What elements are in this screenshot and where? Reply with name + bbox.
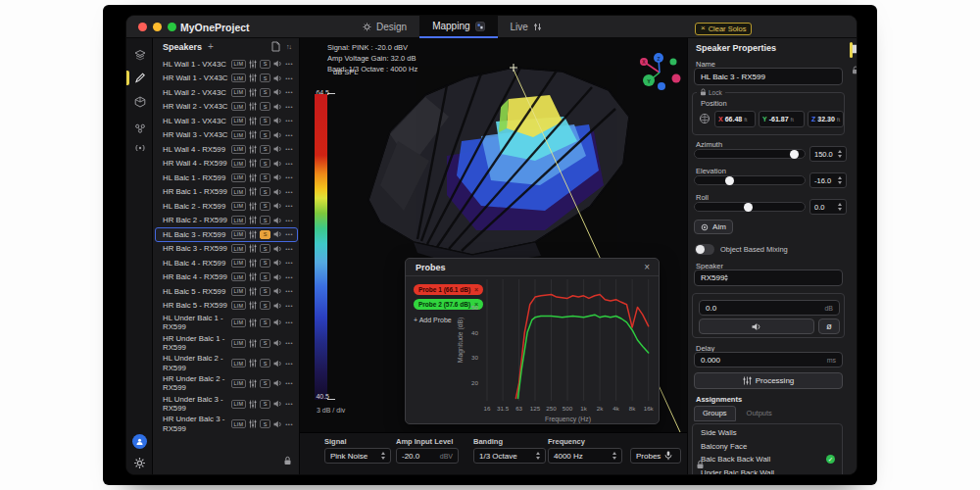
solo-button[interactable]: S [260, 202, 270, 211]
more-button[interactable]: ••• [285, 401, 293, 407]
limiter-button[interactable]: LIM [231, 259, 247, 268]
speaker-row[interactable]: HL Balc 3 - RX599 LIM S ••• [155, 227, 298, 242]
panel-bottom-lock-icon[interactable] [696, 460, 705, 469]
limiter-button[interactable]: LIM [231, 230, 247, 239]
more-button[interactable]: ••• [285, 203, 293, 209]
limiter-button[interactable]: LIM [231, 117, 247, 125]
speaker-row[interactable]: HL Wall 4 - RX599 LIM S ••• [155, 142, 298, 157]
tab-outputs[interactable]: Outputs [738, 406, 781, 421]
eq-icon[interactable] [249, 301, 257, 310]
more-button[interactable]: ••• [285, 118, 293, 123]
solo-button[interactable]: S [260, 272, 270, 281]
speaker-volume-icon[interactable] [273, 88, 282, 96]
eq-icon[interactable] [249, 216, 257, 224]
add-speaker-button[interactable]: + [208, 41, 214, 52]
solo-button[interactable]: S [260, 301, 270, 310]
azimuth-slider[interactable] [694, 149, 806, 159]
orientation-gizmo[interactable]: X Z Y [631, 46, 686, 101]
more-button[interactable]: ••• [285, 104, 293, 110]
more-button[interactable]: ••• [285, 421, 293, 427]
solo-button[interactable]: S [260, 244, 270, 253]
more-button[interactable]: ••• [285, 340, 293, 346]
limiter-button[interactable]: LIM [231, 216, 247, 224]
tab-mapping[interactable]: Mapping [419, 16, 497, 38]
limiter-button[interactable]: LIM [231, 272, 247, 281]
eq-icon[interactable] [249, 400, 257, 409]
more-button[interactable]: ••• [285, 189, 293, 195]
gain-field[interactable]: 0.0 dB [699, 300, 840, 316]
more-button[interactable]: ••• [285, 218, 293, 223]
speaker-volume-icon[interactable] [273, 117, 282, 124]
properties-page-icon[interactable] [852, 44, 858, 54]
eq-icon[interactable] [249, 88, 257, 97]
roll-slider-knob[interactable] [744, 203, 753, 212]
close-window-button[interactable] [138, 23, 147, 31]
eq-icon[interactable] [249, 318, 257, 327]
speaker-volume-icon[interactable] [273, 145, 282, 153]
elevation-slider-knob[interactable] [725, 176, 734, 185]
speaker-volume-icon[interactable] [273, 379, 282, 387]
eq-icon[interactable] [249, 287, 257, 296]
speaker-volume-icon[interactable] [273, 318, 282, 326]
limiter-button[interactable]: LIM [231, 130, 247, 139]
eq-icon[interactable] [249, 339, 257, 348]
eq-icon[interactable] [249, 117, 257, 125]
eq-icon[interactable] [249, 359, 257, 368]
limiter-button[interactable]: LIM [231, 60, 247, 69]
speaker-volume-icon[interactable] [273, 217, 282, 224]
solo-button[interactable]: S [260, 117, 270, 125]
speaker-volume-icon[interactable] [273, 245, 282, 253]
more-button[interactable]: ••• [285, 231, 293, 237]
speaker-row[interactable]: HL Balc 5 - RX599 LIM S ••• [155, 284, 298, 299]
speaker-volume-icon[interactable] [273, 173, 282, 181]
speaker-volume-icon[interactable] [273, 420, 282, 428]
speaker-row[interactable]: HR Balc 4 - RX599 LIM S ••• [155, 270, 298, 285]
limiter-button[interactable]: LIM [231, 287, 247, 296]
solo-button[interactable]: S [260, 339, 270, 348]
speaker-row[interactable]: HL Wall 3 - VX43C LIM S ••• [155, 114, 298, 128]
frequency-select[interactable]: 4000 Hz [548, 448, 622, 464]
eq-icon[interactable] [249, 259, 257, 268]
elevation-value-field[interactable]: -16.0 [809, 172, 847, 188]
position-z-field[interactable]: Z 32.30 ft [808, 111, 844, 127]
more-button[interactable]: ••• [285, 61, 293, 67]
speaker-row[interactable]: HR Wall 3 - VX43C LIM S ••• [155, 128, 298, 143]
more-button[interactable]: ••• [285, 361, 293, 367]
speaker-volume-icon[interactable] [273, 302, 282, 310]
stepper-icon[interactable] [838, 203, 842, 211]
speaker-row[interactable]: HR Balc 2 - RX599 LIM S ••• [155, 214, 298, 228]
eq-icon[interactable] [249, 202, 257, 211]
more-button[interactable]: ••• [285, 146, 293, 152]
eq-icon[interactable] [249, 419, 257, 428]
solo-button[interactable]: S [260, 379, 270, 388]
solo-button[interactable]: S [260, 419, 270, 428]
eq-icon[interactable] [249, 159, 257, 168]
speaker-row[interactable]: HL Under Balc 3 - RX599 LIM S ••• [155, 394, 298, 415]
more-button[interactable]: ••• [285, 161, 293, 167]
solo-button[interactable]: S [260, 60, 270, 69]
edit-pencil-icon[interactable] [133, 71, 147, 84]
eq-icon[interactable] [249, 379, 257, 388]
speaker-row[interactable]: HL Balc 2 - RX599 LIM S ••• [155, 199, 298, 214]
broadcast-icon[interactable] [133, 141, 147, 155]
signal-select[interactable]: Pink Noise [324, 448, 391, 464]
roll-value-field[interactable]: 0.0 [809, 199, 847, 215]
speaker-volume-icon[interactable] [273, 230, 282, 238]
eq-icon[interactable] [249, 60, 257, 69]
speaker-row[interactable]: HL Balc 4 - RX599 LIM S ••• [155, 256, 298, 270]
speaker-row[interactable]: HL Under Balc 2 - RX599 LIM S ••• [155, 353, 298, 373]
limiter-button[interactable]: LIM [231, 339, 247, 348]
tab-design[interactable]: Design [350, 16, 419, 38]
eq-icon[interactable] [249, 244, 257, 253]
limiter-button[interactable]: LIM [231, 419, 247, 428]
speaker-row[interactable]: HR Under Balc 2 - RX599 LIM S ••• [155, 373, 298, 394]
minimize-window-button[interactable] [153, 23, 162, 31]
elevation-slider[interactable] [694, 175, 806, 185]
speaker-row[interactable]: HR Balc 1 - RX599 LIM S ••• [155, 185, 298, 200]
speaker-volume-icon[interactable] [273, 259, 282, 267]
add-probe-button[interactable]: + Add Probe [414, 317, 452, 323]
speaker-volume-icon[interactable] [273, 188, 282, 196]
limiter-button[interactable]: LIM [231, 159, 247, 168]
limiter-button[interactable]: LIM [231, 88, 247, 97]
limiter-button[interactable]: LIM [231, 74, 247, 82]
